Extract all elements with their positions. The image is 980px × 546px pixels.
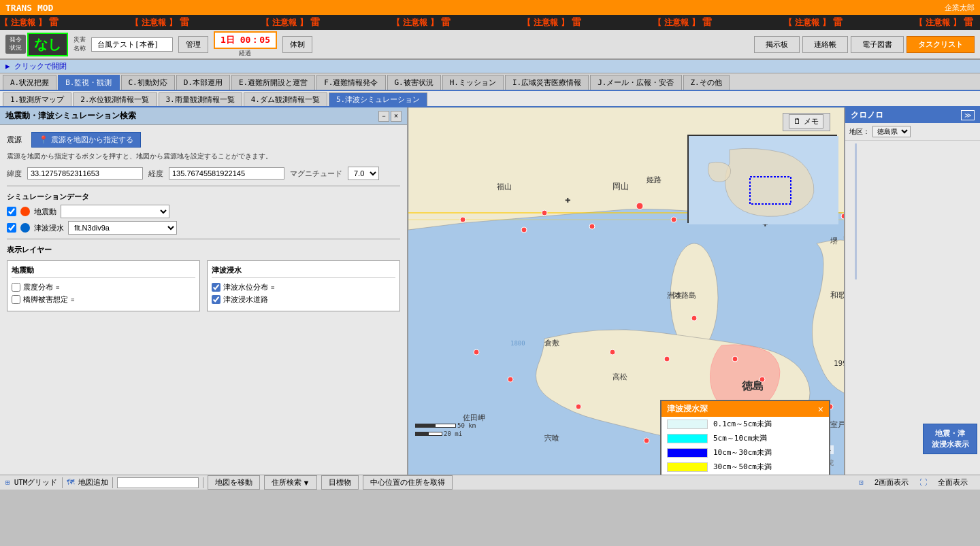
bulletin-button[interactable]: 掲示板: [754, 36, 800, 53]
expand-bar[interactable]: ▶ クリックで開閉: [0, 60, 980, 73]
magnitude-select[interactable]: 7.0 6.0 7.5 8.0: [348, 167, 379, 180]
tab-main-h[interactable]: H.ミッション: [442, 75, 504, 90]
tab-main-b[interactable]: B.監視・観測: [58, 75, 119, 90]
separator-1: [62, 477, 63, 488]
main-tabs: A.状況把握 B.監視・観測 C.初動対応 D.本部運用 E.避難所開設と運営 …: [0, 73, 980, 91]
earthquake-label: 地震動: [34, 207, 56, 217]
tab-main-g[interactable]: G.被害状況: [387, 75, 441, 90]
tab-sub-1[interactable]: 1.観測所マップ: [3, 92, 71, 106]
epicenter-source-label: 震源: [7, 135, 27, 145]
search-input[interactable]: [117, 477, 199, 488]
address-search-button[interactable]: 住所検索 ▼: [264, 475, 318, 490]
region-label: 地区：: [849, 127, 870, 137]
tsunami-select[interactable]: flt.N3div9a: [68, 221, 177, 235]
landmark-button[interactable]: 目標物: [321, 475, 359, 490]
tab-sub-5[interactable]: 5.津波シミュレーション: [329, 92, 427, 106]
lat-input[interactable]: [27, 167, 143, 180]
seismic-icon: ≡: [56, 284, 59, 291]
earthquake-checkbox[interactable]: [7, 207, 16, 216]
legend-label-4: 30cm～50cm未満: [713, 462, 772, 472]
tab-sub-4[interactable]: 4.ダム観測情報一覧: [244, 92, 327, 106]
svg-point-55: [474, 349, 479, 355]
svg-point-58: [644, 438, 649, 443]
tab-main-f[interactable]: F.避難情報発令: [316, 75, 385, 90]
tab-main-j[interactable]: J.メール・広報・安否: [590, 75, 681, 90]
dual-view-button[interactable]: 2画面表示: [868, 476, 915, 489]
legend-close-button[interactable]: ×: [818, 404, 823, 415]
eq-tsunami-button[interactable]: 地震・津波浸水表示: [923, 424, 977, 454]
tab-main-d[interactable]: D.本部運用: [176, 75, 230, 90]
seismic-checkbox[interactable]: [12, 283, 20, 292]
user-name: 企業太郎: [945, 3, 975, 13]
fullscreen-button[interactable]: 全面表示: [931, 476, 975, 489]
earthquake-layer-box: 地震動 震度分布 ≡ 橋脚被害想定 ≡: [7, 260, 200, 311]
region-select[interactable]: 徳島県: [872, 126, 911, 137]
svg-text:1800: 1800: [510, 340, 525, 347]
minimize-panel-button[interactable]: －: [378, 111, 389, 122]
water-level-checkbox[interactable]: [212, 283, 220, 292]
sim-data-title: シミュレーションデータ: [7, 192, 400, 202]
water-level-icon: ≡: [271, 284, 274, 291]
minimap: [687, 135, 837, 223]
move-map-button[interactable]: 地図を移動: [208, 475, 260, 490]
center-address-button[interactable]: 中心位置の住所を取得: [363, 475, 453, 490]
earthquake-section-title: 地震動: [12, 265, 195, 278]
seismic-label: 震度分布: [23, 282, 53, 292]
svg-point-45: [732, 356, 738, 362]
tsunami-icon: [20, 223, 30, 233]
taisei-button[interactable]: 体制: [282, 36, 312, 53]
earthquake-icon: [20, 207, 30, 216]
tab-main-e[interactable]: E.避難所開設と運営: [231, 75, 315, 90]
sim-panel-body: 震源 📍 震源を地図から指定する 震源を地図から指定するボタンを押すと、地図から…: [0, 125, 407, 475]
tsunami-row: 津波浸水 flt.N3div9a: [7, 221, 400, 235]
coords-row: 緯度 経度 マグニチュード 7.0 6.0 7.5 8.0: [7, 167, 400, 180]
chronolog-controls: 地区： 徳島県: [845, 123, 980, 140]
chronolog-panel: クロノロ ≫ 地区： 徳島県: [844, 107, 980, 475]
svg-text:宍喰: 宍喰: [544, 434, 559, 443]
ebook-button[interactable]: 電子図書: [851, 36, 904, 53]
expand-label: ▶ クリックで開閉: [5, 61, 67, 71]
app-title: TRANS MOD: [5, 3, 53, 13]
contact-button[interactable]: 連絡帳: [802, 36, 848, 53]
timer-label: 経過: [239, 49, 251, 58]
tsunami-layer-box: 津波浸水 津波水位分布 ≡ 津波浸水道路: [207, 260, 400, 311]
map-area[interactable]: 徳島 岡山 加古川 天津 堺 和泉 橿原 奈良 伊 和歌山 高松 倉敷 福山 新…: [408, 107, 980, 475]
tsunami-label: 津波浸水: [34, 223, 64, 233]
chronolog-expand-button[interactable]: ≫: [961, 110, 975, 120]
titlebar: TRANS MOD 企業太郎: [0, 0, 980, 15]
memo-button[interactable]: 🗒 メモ: [789, 114, 823, 129]
seismic-layer-row: 震度分布 ≡: [12, 282, 195, 292]
tsunami-checkbox[interactable]: [7, 223, 16, 233]
legend-label-2: 5cm～10cm未満: [713, 433, 767, 443]
lon-input[interactable]: [169, 167, 284, 180]
tab-sub-2[interactable]: 2.水位観測情報一覧: [73, 92, 157, 106]
tab-main-z[interactable]: Z.その他: [683, 75, 730, 90]
sub-tabs: 1.観測所マップ 2.水位観測情報一覧 3.雨量観測情報一覧 4.ダム観測情報一…: [0, 91, 980, 107]
svg-point-46: [760, 377, 765, 382]
tab-main-a[interactable]: A.状況把握: [3, 75, 56, 90]
bridge-checkbox[interactable]: [12, 295, 20, 304]
manage-button[interactable]: 管理: [178, 36, 208, 53]
road-layer-row: 津波浸水道路: [212, 294, 395, 305]
svg-point-44: [664, 356, 670, 362]
tab-main-i[interactable]: I.広域災害医療情報: [505, 75, 589, 90]
lat-label: 緯度: [7, 169, 22, 179]
topbar: 発令状況 なし 災害名称 台風テスト[本番] 管理 1日 00：05 経過 体制…: [0, 30, 980, 60]
timer-display: 1日 00：05: [214, 31, 277, 49]
close-panel-button[interactable]: ×: [391, 111, 402, 122]
tasklist-button[interactable]: タスクリスト: [906, 36, 975, 53]
status-value: なし: [27, 33, 68, 56]
map-add-label: 地図追加: [78, 477, 108, 488]
tab-main-c[interactable]: C.初動対応: [121, 75, 175, 90]
tsunami-section-title: 津波浸水: [212, 265, 395, 278]
epicenter-row: 震源 📍 震源を地図から指定する: [7, 132, 400, 148]
svg-point-56: [508, 377, 513, 382]
tab-sub-3[interactable]: 3.雨量観測情報一覧: [159, 92, 242, 106]
layer-section: 地震動 震度分布 ≡ 橋脚被害想定 ≡ 津波浸水: [7, 260, 400, 311]
earthquake-select[interactable]: [61, 205, 169, 218]
magnitude-label: マグニチュード: [290, 169, 342, 179]
epicenter-map-button[interactable]: 📍 震源を地図から指定する: [31, 132, 141, 148]
road-checkbox[interactable]: [212, 295, 220, 304]
water-level-layer-row: 津波水位分布 ≡: [212, 282, 395, 292]
sim-panel-title: 地震動・津波シミュレーション検索: [5, 110, 136, 122]
